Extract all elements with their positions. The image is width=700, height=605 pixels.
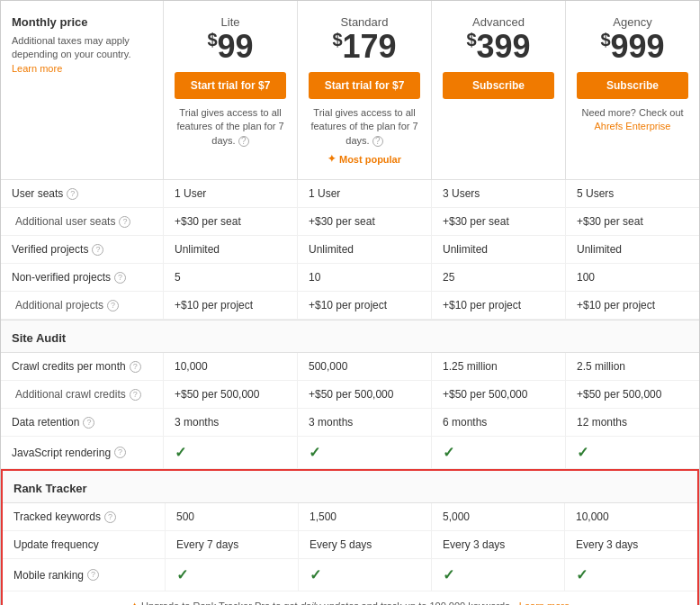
row-value: 1,500: [298, 503, 431, 531]
row-value: +$10 per project: [297, 292, 431, 320]
row-value: ✓: [431, 437, 565, 469]
row-value: Unlimited: [431, 236, 565, 264]
row-label: Additional projects?: [1, 292, 163, 320]
plan-header-advanced: Advanced$399Subscribe: [431, 1, 565, 180]
row-value: +$10 per project: [431, 292, 565, 320]
row-value: 2.5 million: [565, 353, 699, 381]
info-icon[interactable]: ?: [92, 244, 103, 256]
checkmark-icon: ✓: [576, 566, 588, 583]
rank-learn-more-link[interactable]: Learn more: [519, 600, 570, 605]
row-label: JavaScript rendering?: [1, 437, 163, 469]
learn-more-link[interactable]: Learn more: [12, 63, 62, 74]
row-value: +$30 per seat: [431, 208, 565, 236]
info-icon[interactable]: ?: [130, 389, 141, 401]
info-icon[interactable]: ?: [119, 216, 130, 228]
rank-tracker-label: Rank Tracker: [13, 482, 687, 495]
plan-name: Lite: [175, 15, 286, 29]
row-value: 10,000: [163, 353, 297, 381]
row-value: 500,000: [297, 353, 431, 381]
row-value: 25: [431, 264, 565, 292]
monthly-price-section: Monthly price Additional taxes may apply…: [1, 1, 163, 180]
subscribe-button-standard[interactable]: Start trial for $7: [309, 72, 420, 99]
info-icon[interactable]: ?: [114, 447, 126, 458]
plan-price: $179: [309, 31, 420, 63]
info-icon[interactable]: ?: [83, 417, 94, 429]
most-popular-badge: ✦ Most popular: [309, 153, 420, 165]
site-audit-section-header: Site Audit: [1, 320, 699, 353]
row-value: ✓: [297, 437, 431, 469]
row-value: +$30 per seat: [297, 208, 431, 236]
row-value: Every 5 days: [298, 531, 431, 559]
rank-tracker-header: Rank Tracker: [3, 471, 697, 503]
row-value: 5 Users: [565, 180, 699, 208]
row-value: ✓: [431, 559, 564, 591]
row-value: +$30 per seat: [565, 208, 699, 236]
row-value: Every 3 days: [431, 531, 564, 559]
info-icon[interactable]: ?: [130, 361, 141, 373]
plan-trial-note: Trial gives access to all features of th…: [175, 106, 286, 148]
row-value: 1 User: [163, 180, 297, 208]
plan-price: $399: [443, 31, 554, 63]
rank-upgrade-banner: ✦ Upgrade to Rank Tracker Pro to get dai…: [3, 591, 697, 605]
row-label: Data retention?: [1, 409, 163, 437]
info-icon[interactable]: ?: [67, 188, 78, 200]
subscribe-button-agency[interactable]: Subscribe: [577, 72, 688, 99]
plan-price: $999: [577, 31, 688, 63]
rank-tracker-section: Rank Tracker Tracked keywords?5001,5005,…: [1, 469, 699, 605]
plan-price: $99: [175, 31, 286, 63]
checkmark-icon: ✓: [175, 444, 186, 461]
plan-header-lite: Lite$99Start trial for $7Trial gives acc…: [163, 1, 297, 180]
row-value: +$50 per 500,000: [431, 381, 565, 409]
plan-trial-note: Trial gives access to all features of th…: [309, 106, 420, 148]
row-value: 6 months: [431, 409, 565, 437]
row-label: User seats?: [1, 180, 163, 208]
row-value: 1 User: [297, 180, 431, 208]
row-value: 5,000: [431, 503, 564, 531]
row-value: Unlimited: [163, 236, 297, 264]
row-value: 3 Users: [431, 180, 565, 208]
row-value: Unlimited: [297, 236, 431, 264]
row-value: 5: [163, 264, 297, 292]
row-label: Additional user seats?: [1, 208, 163, 236]
row-value: Every 7 days: [165, 531, 298, 559]
row-value: ✓: [163, 437, 297, 469]
subscribe-button-lite[interactable]: Start trial for $7: [175, 72, 286, 99]
row-value: +$10 per project: [565, 292, 699, 320]
subscribe-button-advanced[interactable]: Subscribe: [443, 72, 554, 99]
row-value: ✓: [298, 559, 431, 591]
row-value: +$30 per seat: [163, 208, 297, 236]
row-label: Crawl credits per month?: [1, 353, 163, 381]
plan-name: Agency: [577, 15, 688, 29]
upgrade-star-icon: ✦: [130, 600, 141, 605]
row-value: +$50 per 500,000: [565, 381, 699, 409]
plan-extra-note: Need more? Check out Ahrefs Enterprise: [577, 106, 688, 134]
checkmark-icon: ✓: [309, 444, 320, 461]
checkmark-icon: ✓: [577, 444, 588, 461]
plan-header-standard: Standard$179Start trial for $7Trial give…: [297, 1, 431, 180]
row-value: ✓: [565, 437, 699, 469]
row-value: +$10 per project: [163, 292, 297, 320]
info-icon[interactable]: ?: [87, 569, 99, 581]
site-audit-label: Site Audit: [12, 331, 688, 345]
row-value: 3 months: [297, 409, 431, 437]
row-value: +$50 per 500,000: [163, 381, 297, 409]
info-icon[interactable]: ?: [114, 272, 126, 284]
row-value: 100: [565, 264, 699, 292]
info-icon[interactable]: ?: [107, 300, 119, 312]
plan-header-agency: Agency$999SubscribeNeed more? Check out …: [565, 1, 699, 180]
row-value: 3 months: [163, 409, 297, 437]
monthly-price-note: Additional taxes may apply depending on …: [12, 34, 152, 76]
checkmark-icon: ✓: [443, 566, 454, 583]
row-label: Update frequency: [3, 531, 165, 559]
row-value: Every 3 days: [564, 531, 697, 559]
enterprise-link[interactable]: Ahrefs Enterprise: [595, 121, 671, 131]
row-label: Verified projects?: [1, 236, 163, 264]
plan-name: Standard: [309, 15, 420, 29]
checkmark-icon: ✓: [443, 444, 454, 461]
row-value: ✓: [564, 559, 697, 591]
row-label: Additional crawl credits?: [1, 381, 163, 409]
info-icon[interactable]: ?: [104, 511, 116, 523]
row-value: Unlimited: [565, 236, 699, 264]
row-value: 1.25 million: [431, 353, 565, 381]
monthly-price-label: Monthly price: [12, 15, 152, 29]
